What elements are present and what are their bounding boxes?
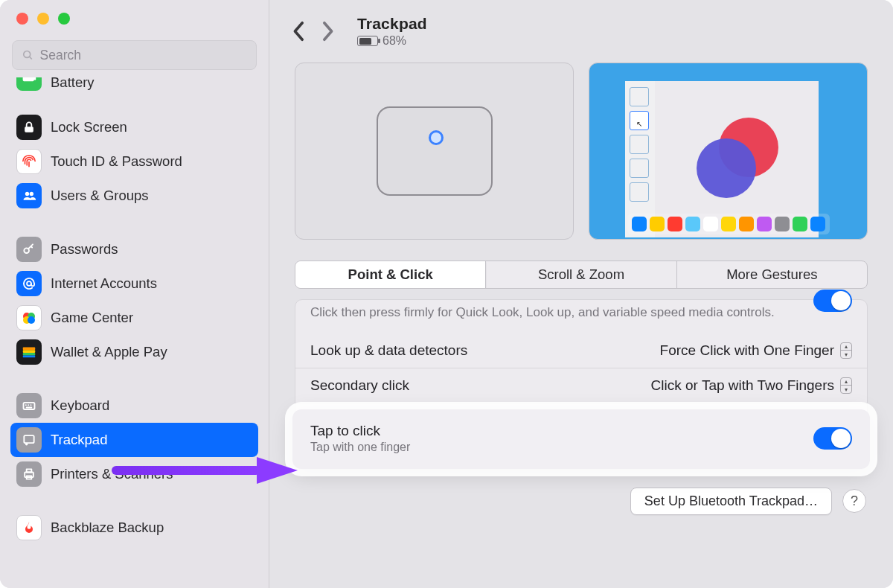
sidebar-item-label: Users & Groups (51, 188, 149, 204)
sidebar-item-backblaze-backup[interactable]: Backblaze Backup (10, 511, 258, 545)
secondary-click-label: Secondary click (310, 377, 651, 394)
sidebar-item-label: Lock Screen (51, 119, 127, 135)
trackpad-shape (377, 106, 493, 196)
sidebar-item-label: Wallet & Apple Pay (51, 344, 167, 360)
svg-rect-17 (24, 403, 35, 409)
stepper-icon[interactable]: ▴▾ (840, 342, 852, 359)
footer-row: Set Up Bluetooth Trackpad… ? (295, 488, 868, 515)
sidebar-item-touch-id-password[interactable]: Touch ID & Password (10, 144, 258, 179)
sidebar-item-trackpad[interactable]: Trackpad (10, 423, 258, 457)
dock-app (739, 217, 754, 231)
flame-icon (16, 515, 42, 540)
sidebar-item-keyboard[interactable]: Keyboard (10, 389, 258, 423)
page-title: Trackpad (357, 15, 427, 33)
svg-rect-2 (24, 77, 33, 80)
svg-rect-13 (23, 348, 36, 351)
stepper-icon[interactable]: ▴▾ (840, 377, 852, 394)
dock-app (632, 217, 647, 231)
lookup-row[interactable]: Look up & data detectors Force Click wit… (295, 333, 867, 368)
secondary-click-value[interactable]: Click or Tap with Two Fingers ▴▾ (651, 377, 852, 394)
settings-list: Click then press firmly for Quick Look, … (295, 299, 868, 470)
dock-app (757, 217, 772, 231)
force-click-toggle[interactable] (813, 290, 852, 312)
battery-icon (357, 36, 378, 46)
battery-status: 68% (357, 34, 427, 48)
tap-to-click-row[interactable]: Tap to click Tap with one finger (292, 409, 870, 469)
force-click-description: Click then press firmly for Quick Look, … (295, 300, 867, 333)
sidebar-item-battery[interactable]: Battery (10, 77, 258, 91)
at-icon (16, 271, 42, 296)
dock-app (703, 217, 718, 231)
dock-app (650, 217, 665, 231)
key-icon (16, 237, 42, 262)
secondary-click-row[interactable]: Secondary click Click or Tap with Two Fi… (295, 368, 867, 403)
tap-to-click-sub: Tap with one finger (310, 441, 813, 454)
sidebar-item-game-center[interactable]: Game Center (10, 301, 258, 335)
tap-to-click-label: Tap to click (310, 423, 813, 439)
svg-rect-16 (23, 356, 36, 358)
svg-point-12 (28, 316, 35, 324)
svg-line-1 (29, 57, 31, 59)
minimize-window-button[interactable] (37, 13, 49, 25)
svg-rect-22 (24, 435, 33, 443)
sidebar-item-label: Keyboard (51, 397, 109, 414)
wallet-icon (16, 339, 42, 365)
demo-dock (627, 214, 830, 234)
tab-more-gestures[interactable]: More Gestures (677, 261, 867, 288)
sidebar-item-passwords[interactable]: Passwords (10, 232, 258, 266)
tab-scroll-zoom[interactable]: Scroll & Zoom (486, 261, 676, 288)
trackpad-icon (16, 427, 42, 453)
svg-point-28 (697, 138, 756, 198)
tab-point-click[interactable]: Point & Click (295, 261, 486, 288)
sidebar-item-lock-screen[interactable]: Lock Screen (10, 110, 258, 144)
svg-point-5 (25, 192, 29, 196)
search-input[interactable] (40, 48, 247, 63)
trackpad-preview (295, 63, 574, 240)
sidebar-item-users-groups[interactable]: Users & Groups (10, 179, 258, 213)
sidebar-item-label: Printers & Scanners (51, 466, 173, 482)
search-field[interactable] (12, 40, 257, 70)
settings-window: BatteryLock ScreenTouch ID & PasswordUse… (0, 0, 893, 588)
sidebar-item-label: Internet Accounts (51, 275, 157, 292)
tap-to-click-toggle[interactable] (813, 427, 852, 450)
setup-bluetooth-trackpad-button[interactable]: Set Up Bluetooth Trackpad… (630, 488, 832, 515)
cursor-icon: ↖ (636, 120, 642, 128)
dock-app (668, 217, 682, 231)
close-window-button[interactable] (16, 13, 28, 25)
back-button[interactable] (287, 19, 311, 43)
dock-app (685, 217, 700, 231)
printer-icon (16, 461, 42, 487)
sidebar-item-label: Battery (51, 77, 95, 91)
sidebar-item-wallet-apple-pay[interactable]: Wallet & Apple Pay (10, 335, 258, 369)
svg-point-0 (24, 51, 31, 57)
trackpad-tabs: Point & ClickScroll & ZoomMore Gestures (295, 261, 868, 289)
dock-app (775, 217, 790, 231)
sidebar-item-label: Trackpad (51, 432, 107, 448)
fingerprint-icon (16, 149, 42, 174)
svg-point-6 (30, 192, 33, 196)
sidebar-item-label: Game Center (51, 310, 133, 326)
sidebar-item-label: Backblaze Backup (51, 520, 164, 536)
sidebar-list: BatteryLock ScreenTouch ID & PasswordUse… (0, 77, 269, 588)
sidebar-item-printers-scanners[interactable]: Printers & Scanners (10, 457, 258, 491)
users-icon (16, 183, 42, 208)
dock-app (810, 217, 825, 231)
forward-button[interactable] (316, 19, 339, 43)
main-header: Trackpad 68% (269, 0, 893, 63)
keyboard-icon (16, 393, 42, 418)
svg-rect-4 (25, 127, 33, 132)
gesture-demo-preview: ↖ (589, 63, 868, 240)
lookup-value[interactable]: Force Click with One Finger ▴▾ (660, 342, 852, 359)
sidebar-item-internet-accounts[interactable]: Internet Accounts (10, 266, 258, 301)
search-icon (22, 48, 34, 62)
battery-percent: 68% (383, 34, 406, 48)
help-button[interactable]: ? (842, 489, 866, 513)
window-controls (0, 0, 269, 37)
sidebar-item-label: Touch ID & Password (51, 153, 182, 170)
lock-icon (16, 115, 42, 140)
dock-app (721, 217, 736, 231)
battery-icon (16, 77, 42, 91)
dock-app (793, 217, 807, 231)
preview-row: ↖ (295, 63, 868, 240)
fullscreen-window-button[interactable] (58, 13, 70, 25)
